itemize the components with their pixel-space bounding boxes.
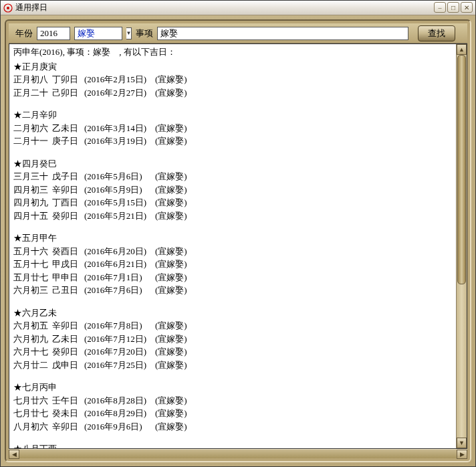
gregorian-date: (2016年9月6日): [84, 420, 155, 434]
gregorian-date: (2016年8月29日): [84, 407, 155, 420]
lunar-date: 七月廿六: [13, 394, 52, 407]
month-block: ★八月丁酉八月廿三戊申日(2016年9月23日)(宜嫁娶)八月廿八癸丑日(201…: [13, 442, 452, 448]
month-header: ★七月丙申: [13, 381, 452, 394]
ganzhi-day: 丁酉日: [52, 196, 84, 209]
window-body: 年份 ▼ 事项 查找 丙申年(2016), 事项：嫁娶 , 有以下吉日： ★正月…: [1, 15, 475, 466]
result-row: 四月十五癸卯日(2016年5月21日)(宜嫁娶): [13, 209, 452, 223]
content-wrap: 丙申年(2016), 事项：嫁娶 , 有以下吉日： ★正月庚寅正月初八丁卯日(2…: [9, 43, 467, 449]
lunar-date: 二月初六: [13, 122, 52, 135]
gregorian-date: (2016年7月12日): [84, 333, 155, 346]
month-block: ★七月丙申七月廿六壬午日(2016年8月28日)(宜嫁娶)七月廿七癸未日(201…: [13, 381, 452, 433]
note: (宜嫁娶): [155, 258, 187, 271]
note: (宜嫁娶): [155, 420, 187, 434]
result-row: 正月二十己卯日(2016年2月27日)(宜嫁娶): [13, 86, 452, 100]
note: (宜嫁娶): [155, 122, 187, 135]
maximize-button[interactable]: □: [447, 2, 459, 13]
note: (宜嫁娶): [155, 271, 187, 284]
gregorian-date: (2016年5月9日): [84, 183, 155, 197]
horizontal-scrollbar[interactable]: ◀ ▶: [9, 449, 467, 458]
gregorian-date: (2016年7月25日): [84, 359, 155, 372]
ganzhi-day: 丁卯日: [52, 73, 84, 86]
ganzhi-day: 辛卯日: [52, 183, 84, 197]
type-input[interactable]: [74, 27, 122, 40]
note: (宜嫁娶): [155, 359, 187, 372]
result-row: 五月廿七甲申日(2016年7月1日)(宜嫁娶): [13, 271, 452, 284]
scroll-down-button[interactable]: ▼: [457, 438, 467, 448]
scroll-right-button[interactable]: ▶: [457, 450, 467, 459]
ganzhi-day: 辛卯日: [52, 420, 84, 434]
scroll-up-button[interactable]: ▲: [457, 44, 467, 55]
close-button[interactable]: ✕: [461, 2, 473, 13]
note: (宜嫁娶): [155, 333, 187, 346]
month-block: ★四月癸巳三月三十戊子日(2016年5月6日)(宜嫁娶)四月初三辛卯日(2016…: [13, 157, 452, 223]
lunar-date: 六月初五: [13, 319, 52, 333]
result-row: 六月十七癸卯日(2016年7月20日)(宜嫁娶): [13, 345, 452, 359]
note: (宜嫁娶): [155, 394, 187, 407]
note: (宜嫁娶): [155, 284, 187, 297]
year-input[interactable]: [37, 27, 70, 40]
note: (宜嫁娶): [155, 209, 187, 223]
lunar-date: 六月初九: [13, 333, 52, 346]
month-header: ★二月辛卯: [13, 108, 452, 122]
year-label: 年份: [15, 27, 33, 39]
note: (宜嫁娶): [155, 73, 187, 86]
lunar-date: 四月十五: [13, 209, 52, 223]
months-list: ★正月庚寅正月初八丁卯日(2016年2月15日)(宜嫁娶)正月二十己卯日(201…: [13, 60, 452, 449]
month-header: ★五月甲午: [13, 231, 452, 245]
window-inner: 年份 ▼ 事项 查找 丙申年(2016), 事项：嫁娶 , 有以下吉日： ★正月…: [5, 19, 471, 462]
result-row: 八月初六辛卯日(2016年9月6日)(宜嫁娶): [13, 420, 452, 434]
dropdown-icon[interactable]: ▼: [126, 27, 132, 39]
lunar-date: 四月初九: [13, 196, 52, 209]
note: (宜嫁娶): [155, 134, 187, 148]
lunar-date: 六月十七: [13, 345, 52, 359]
gregorian-date: (2016年5月15日): [84, 196, 155, 209]
result-row: 四月初三辛卯日(2016年5月9日)(宜嫁娶): [13, 183, 452, 197]
minimize-button[interactable]: –: [434, 2, 446, 13]
lunar-date: 五月十六: [13, 245, 52, 258]
note: (宜嫁娶): [155, 407, 187, 420]
ganzhi-day: 癸卯日: [52, 209, 84, 223]
app-icon: [3, 3, 13, 13]
month-block: ★二月辛卯二月初六乙未日(2016年3月14日)(宜嫁娶)二月十一庚子日(201…: [13, 108, 452, 148]
result-row: 二月十一庚子日(2016年3月19日)(宜嫁娶): [13, 134, 452, 148]
ganzhi-day: 己丑日: [52, 284, 84, 297]
event-input[interactable]: [157, 27, 408, 40]
result-row: 五月十六癸酉日(2016年6月20日)(宜嫁娶): [13, 245, 452, 258]
note: (宜嫁娶): [155, 183, 187, 197]
lunar-date: 六月廿二: [13, 359, 52, 372]
note: (宜嫁娶): [155, 345, 187, 359]
lunar-date: 四月初三: [13, 183, 52, 197]
scroll-track[interactable]: [457, 55, 467, 438]
result-row: 三月三十戊子日(2016年5月6日)(宜嫁娶): [13, 170, 452, 183]
event-label: 事项: [136, 27, 153, 39]
result-row: 二月初六乙未日(2016年3月14日)(宜嫁娶): [13, 122, 452, 135]
lunar-date: 二月十一: [13, 134, 52, 148]
summary-line: 丙申年(2016), 事项：嫁娶 , 有以下吉日：: [13, 45, 452, 59]
month-header: ★四月癸巳: [13, 157, 452, 171]
month-block: ★五月甲午五月十六癸酉日(2016年6月20日)(宜嫁娶)五月十七甲戌日(201…: [13, 231, 452, 297]
result-row: 七月廿七癸未日(2016年8月29日)(宜嫁娶): [13, 407, 452, 420]
ganzhi-day: 戊申日: [52, 359, 84, 372]
result-row: 七月廿六壬午日(2016年8月28日)(宜嫁娶): [13, 394, 452, 407]
month-header: ★正月庚寅: [13, 60, 452, 74]
titlebar[interactable]: 通用擇日 – □ ✕: [1, 1, 475, 15]
gregorian-date: (2016年8月28日): [84, 394, 155, 407]
note: (宜嫁娶): [155, 170, 187, 183]
gregorian-date: (2016年2月15日): [84, 73, 155, 86]
ganzhi-day: 辛卯日: [52, 319, 84, 333]
ganzhi-day: 庚子日: [52, 134, 84, 148]
window-controls: – □ ✕: [434, 2, 473, 13]
search-button[interactable]: 查找: [418, 25, 455, 41]
gregorian-date: (2016年3月14日): [84, 122, 155, 135]
results-content: 丙申年(2016), 事项：嫁娶 , 有以下吉日： ★正月庚寅正月初八丁卯日(2…: [9, 44, 456, 448]
vertical-scrollbar[interactable]: ▲ ▼: [456, 44, 467, 448]
scroll-thumb[interactable]: [457, 55, 466, 284]
note: (宜嫁娶): [155, 245, 187, 258]
month-header: ★六月乙未: [13, 306, 452, 320]
lunar-date: 五月廿七: [13, 271, 52, 284]
ganzhi-day: 壬午日: [52, 394, 84, 407]
scroll-left-button[interactable]: ◀: [9, 450, 19, 459]
app-window: 通用擇日 – □ ✕ 年份 ▼ 事项 查找 丙申年(2016), 事项：嫁娶 ,…: [0, 0, 476, 467]
month-block: ★正月庚寅正月初八丁卯日(2016年2月15日)(宜嫁娶)正月二十己卯日(201…: [13, 60, 452, 100]
gregorian-date: (2016年5月6日): [84, 170, 155, 183]
